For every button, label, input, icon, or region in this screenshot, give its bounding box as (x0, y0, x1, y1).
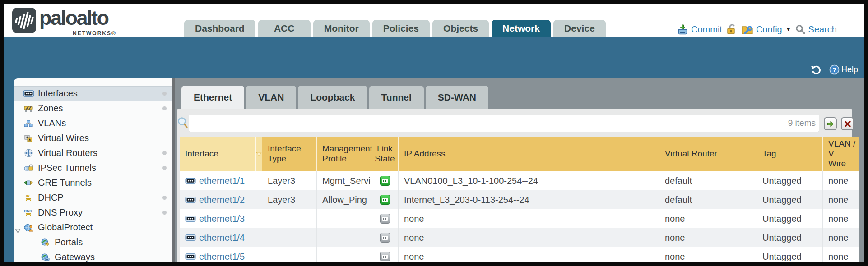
cell-interface-type: Layer3 (262, 190, 317, 209)
cell-management-profile: Mgmt_Services (317, 171, 371, 190)
content-area: Interfaces Zones VLANs Virtual Wires Vir… (4, 78, 864, 262)
table-header-row: Interface Interface Type Management Prof… (180, 137, 859, 171)
config-label: Config (756, 24, 782, 35)
tab-loopback[interactable]: Loopback (298, 86, 367, 109)
brand-name: paloalto (39, 6, 108, 30)
sidebar-item-dhcp[interactable]: IP DHCP (14, 190, 172, 205)
apply-filter-button[interactable] (824, 117, 837, 130)
sidebar-item-gateways[interactable]: Gateways (14, 250, 172, 262)
column-header-virtual-router[interactable]: Virtual Router (659, 137, 757, 171)
table-row[interactable]: ethernet1/1 Layer3 Mgmt_Services VLAN010… (180, 171, 859, 190)
sidebar-item-label: GRE Tunnels (38, 178, 92, 188)
sidebar-item-label: DHCP (38, 193, 64, 203)
search-button[interactable]: Search (795, 24, 837, 35)
config-button[interactable]: Config ▼ (741, 24, 791, 35)
tab-tunnel[interactable]: Tunnel (369, 86, 424, 109)
clear-filter-button[interactable] (841, 117, 854, 130)
cell-ip-address: Internet_L3_203-0-113-254--24 (399, 190, 659, 209)
cell-interface-type: Layer3 (262, 171, 317, 190)
sidebar-item-vlans[interactable]: VLANs (14, 116, 172, 131)
sidebar-item-label: Interfaces (38, 88, 78, 99)
interface-link[interactable]: ethernet1/4 (185, 233, 245, 243)
sidebar: Interfaces Zones VLANs Virtual Wires Vir… (14, 78, 172, 262)
sidebar-item-label: IPSec Tunnels (38, 163, 96, 173)
sidebar-item-gre-tunnels[interactable]: GRE Tunnels (14, 175, 172, 190)
tab-dashboard[interactable]: Dashboard (184, 20, 255, 37)
tab-network[interactable]: Network (492, 20, 551, 37)
commit-button[interactable]: Commit (677, 24, 722, 35)
sidebar-item-globalprotect[interactable]: GlobalProtect (14, 220, 172, 235)
sidebar-item-ipsec-tunnels[interactable]: IPSec Tunnels (14, 161, 172, 175)
tab-vlan[interactable]: VLAN (246, 86, 296, 109)
cell-vlan-wire: none (823, 190, 859, 209)
interface-link[interactable]: ethernet1/1 (185, 176, 245, 186)
status-bar: ? Help (810, 64, 858, 75)
table-row[interactable]: ethernet1/2 Layer3 Allow_Ping Internet_L… (180, 190, 859, 209)
cell-tag: Untagged (757, 190, 823, 209)
link-state-icon (380, 233, 390, 243)
sidebar-item-label: Zones (38, 103, 63, 114)
sidebar-item-virtual-routers[interactable]: Virtual Routers (14, 146, 172, 161)
svg-text:?: ? (832, 66, 836, 73)
ipsec-tunnels-icon (23, 164, 34, 172)
interface-link[interactable]: ethernet1/2 (185, 195, 245, 205)
filter-input[interactable] (189, 115, 819, 132)
sidebar-item-zones[interactable]: Zones (14, 101, 172, 116)
cell-vlan-wire: none (823, 171, 859, 190)
tab-device[interactable]: Device (553, 20, 606, 37)
sort-indicator-icon[interactable] (256, 137, 262, 171)
vlans-icon (23, 120, 34, 127)
svg-text:IP: IP (26, 194, 30, 198)
tab-monitor[interactable]: Monitor (313, 20, 370, 37)
lock-icon[interactable] (726, 23, 737, 35)
column-header-interface-type[interactable]: Interface Type (262, 137, 317, 171)
cell-tag: Untagged (757, 228, 823, 247)
sidebar-item-portals[interactable]: Portals (14, 235, 172, 250)
cell-ip-address: none (399, 209, 659, 228)
tab-sdwan[interactable]: SD-WAN (426, 86, 488, 109)
sidebar-item-virtual-wires[interactable]: Virtual Wires (14, 131, 172, 146)
brand-subtitle: NETWORKS® (73, 30, 116, 37)
column-header-ip-address[interactable]: IP Address (399, 137, 659, 171)
column-header-link-state[interactable]: Link State (371, 137, 399, 171)
portals-icon (39, 238, 51, 246)
link-state-icon (380, 252, 390, 261)
commit-icon (677, 24, 688, 35)
link-state-icon (380, 214, 390, 224)
column-header-management-profile[interactable]: Management Profile (317, 137, 371, 171)
table-row[interactable]: ethernet1/5 none none Untagged none (180, 247, 859, 262)
cell-tag: Untagged (757, 209, 823, 228)
interface-icon (185, 197, 196, 203)
tab-ethernet[interactable]: Ethernet (181, 86, 244, 109)
sidebar-list: Interfaces Zones VLANs Virtual Wires Vir… (14, 78, 172, 262)
top-header: paloalto NETWORKS® Dashboard ACC Monitor… (4, 4, 864, 37)
gre-tunnels-icon (23, 179, 34, 186)
column-header-interface[interactable]: Interface (180, 137, 256, 171)
cell-virtual-router: none (659, 209, 757, 228)
expand-arrow-icon[interactable] (15, 225, 21, 235)
table-row[interactable]: ethernet1/4 none none Untagged none (180, 228, 859, 247)
tab-acc[interactable]: ACC (258, 20, 311, 37)
config-icon (741, 24, 753, 35)
tab-policies[interactable]: Policies (372, 20, 430, 37)
search-icon (795, 24, 806, 35)
interface-icon (185, 216, 196, 222)
interface-icon (185, 178, 196, 184)
column-header-tag[interactable]: Tag (757, 137, 823, 171)
column-header-vlan-wire[interactable]: VLAN / VWire (823, 137, 859, 171)
help-button[interactable]: ? Help (829, 64, 858, 75)
cell-tag: Untagged (757, 247, 823, 262)
refresh-button[interactable] (810, 65, 822, 75)
tab-objects[interactable]: Objects (432, 20, 489, 37)
sidebar-item-dns-proxy[interactable]: DNS DNS Proxy (14, 205, 172, 220)
interface-link[interactable]: ethernet1/3 (185, 214, 245, 224)
sidebar-item-label: Portals (55, 237, 83, 248)
ethernet-panel: 9 items Interface Interface Type Managem… (177, 109, 852, 262)
interfaces-table: Interface Interface Type Management Prof… (180, 137, 859, 262)
sidebar-item-interfaces[interactable]: Interfaces (14, 86, 172, 101)
interface-link[interactable]: ethernet1/5 (185, 252, 245, 262)
virtual-routers-icon (23, 149, 34, 157)
filter-search-icon (177, 117, 188, 130)
interfaces-icon (23, 90, 34, 97)
table-row[interactable]: ethernet1/3 none none Untagged none (180, 209, 859, 228)
